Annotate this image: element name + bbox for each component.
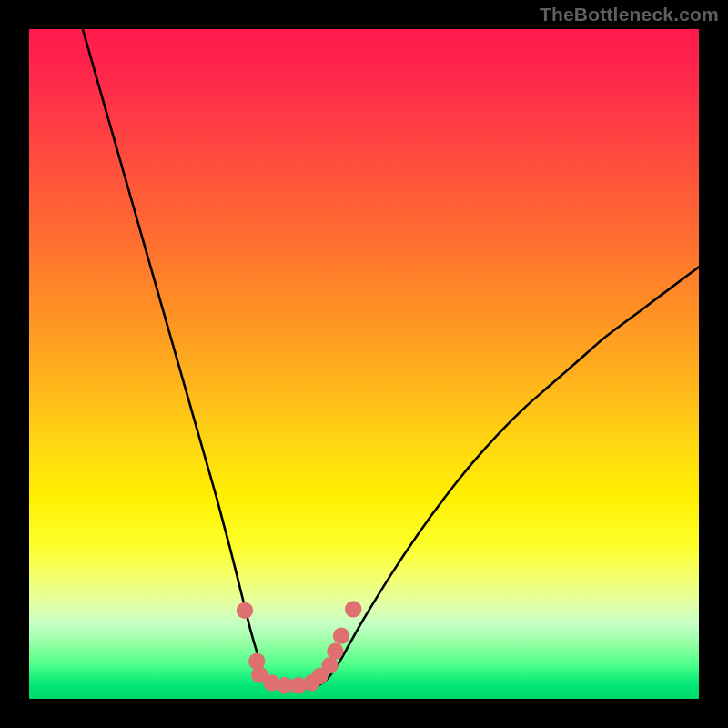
plot-svg [29,29,699,699]
plot-area [29,29,699,699]
bottleneck-curve [83,29,699,688]
data-point [327,643,343,660]
data-point [333,628,349,644]
data-point [237,602,253,619]
chart-frame: TheBottleneck.com [0,0,728,728]
curve-path [83,29,699,688]
attribution-watermark: TheBottleneck.com [540,4,719,25]
data-point [345,601,361,617]
